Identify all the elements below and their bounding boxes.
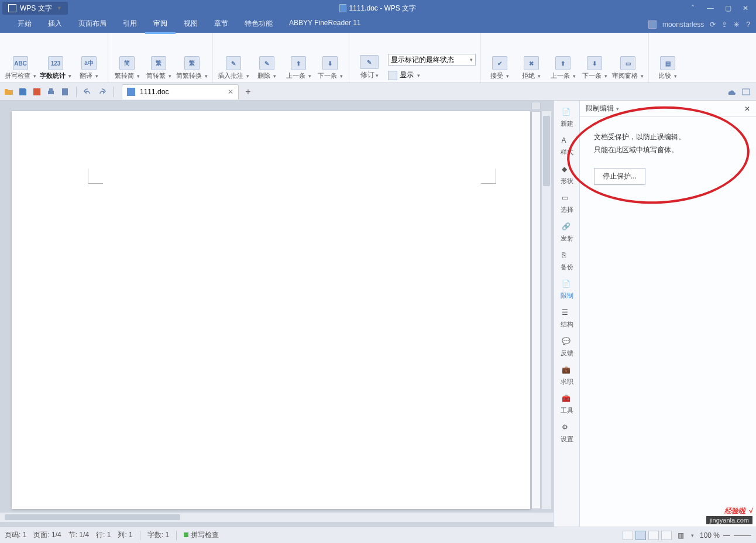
拒绝-icon: ✖ (524, 56, 539, 70)
sync-icon[interactable]: ⟳ (710, 20, 716, 29)
简转繁-icon: 繁 (151, 56, 166, 70)
ribbon-插入批注-button[interactable]: ✎插入批注 ▾ (218, 56, 249, 80)
ribbon-接受-button[interactable]: ✔接受 ▾ (486, 56, 514, 80)
ribbon-审阅窗格-button[interactable]: ▭审阅窗格 ▾ (612, 56, 644, 80)
ribbon-简繁转换-button[interactable]: 繁简繁转换 ▾ (176, 56, 208, 80)
share-icon[interactable]: ⇪ (721, 20, 727, 29)
接受-icon: ✔ (492, 56, 507, 70)
menu-bar: 开始插入页面布局引用审阅视图章节特色功能ABBYY FineReader 11 … (0, 16, 756, 33)
zoom-control[interactable]: 100 % — (700, 531, 751, 539)
open-icon[interactable] (4, 87, 14, 97)
ribbon-翻译-button[interactable]: a中翻译 ▾ (75, 56, 103, 80)
protection-message-2: 只能在此区域中填写窗体。 (594, 144, 742, 157)
print-preview-icon[interactable] (60, 87, 70, 97)
zoom-slider[interactable] (734, 535, 751, 536)
stop-protection-button[interactable]: 停止保护... (594, 168, 645, 185)
document-tab[interactable]: 1111.doc ✕ (122, 84, 239, 99)
side-structure-button[interactable]: ☰结构 (555, 305, 579, 332)
vertical-scrollbar[interactable] (542, 111, 551, 509)
show-markup-button[interactable]: 显示▾ (388, 70, 420, 80)
ribbon-简转繁-button[interactable]: 繁简转繁 ▾ (145, 56, 173, 80)
save-icon[interactable] (18, 87, 28, 97)
menu-特色功能[interactable]: 特色功能 (236, 15, 281, 34)
side-shapes-button[interactable]: ◆形状 (555, 161, 579, 189)
status-page-number[interactable]: 页码: 1 (5, 530, 26, 540)
document-tab-label: 1111.doc (140, 88, 169, 96)
cloud-sync-icon[interactable] (726, 87, 736, 97)
help-icon[interactable]: ? (746, 20, 750, 29)
options-icon[interactable] (741, 87, 751, 97)
ribbon-繁转简-button[interactable]: 简繁转简 ▾ (113, 56, 141, 80)
zoom-level: 100 % (700, 531, 720, 539)
menu-开始[interactable]: 开始 (9, 15, 40, 34)
horizontal-scrollbar[interactable] (0, 513, 554, 522)
view-web-button[interactable] (661, 531, 672, 540)
page-canvas[interactable] (12, 111, 530, 509)
svg-rect-0 (33, 88, 40, 95)
close-tab-icon[interactable]: ✕ (228, 88, 233, 96)
status-word-count[interactable]: 字数: 1 (147, 530, 169, 540)
side-send-button[interactable]: 🔗发射 (555, 219, 579, 246)
minimize-button[interactable]: — (706, 4, 715, 13)
side-job-button[interactable]: 💼求职 (555, 362, 579, 390)
view-outline-button[interactable] (648, 531, 659, 540)
ribbon-collapse-icon[interactable]: ˄ (688, 4, 697, 13)
print-icon[interactable] (46, 87, 56, 97)
export-pdf-icon[interactable] (32, 87, 42, 97)
document-area[interactable] (0, 101, 554, 527)
side-backup-button[interactable]: ⎘备份 (555, 248, 579, 275)
ribbon-拒绝-button[interactable]: ✖拒绝 ▾ (517, 56, 545, 80)
ruler-toggle[interactable] (531, 102, 541, 110)
window-title: 1111.doc - WPS 文字 (68, 4, 688, 13)
比较-icon: ▤ (660, 56, 675, 70)
status-page[interactable]: 页面: 1/4 (33, 530, 61, 540)
menu-引用[interactable]: 引用 (115, 15, 145, 34)
app-menu-button[interactable]: WPS 文字 ▼ (2, 2, 68, 15)
redo-icon[interactable] (97, 87, 107, 97)
side-settings-button[interactable]: ⚙设置 (555, 420, 579, 447)
close-pane-icon[interactable]: ✕ (744, 105, 750, 113)
status-line[interactable]: 行: 1 (96, 530, 111, 540)
menu-插入[interactable]: 插入 (40, 15, 70, 34)
zoom-out-button[interactable]: — (723, 531, 730, 539)
side-feedback-button[interactable]: 💬反馈 (555, 334, 579, 361)
side-new-button[interactable]: 📄新建 (555, 104, 579, 132)
quick-access-bar: 1111.doc ✕ + (0, 83, 756, 101)
menu-ABBYY FineReader 11[interactable]: ABBYY FineReader 11 (281, 15, 369, 34)
shop-icon[interactable]: ⛯ (733, 20, 740, 29)
menu-章节[interactable]: 章节 (206, 15, 236, 34)
view-fullscreen-button[interactable] (623, 531, 633, 540)
menu-页面布局[interactable]: 页面布局 (70, 15, 115, 34)
ribbon-上一条-button[interactable]: ⬆上一条 ▾ (284, 56, 312, 80)
side-select-button[interactable]: ▭选择 (555, 190, 579, 218)
vertical-ruler (531, 111, 541, 509)
display-for-review-combo[interactable]: 显示标记的最终状态▾ (388, 54, 476, 66)
ribbon-删除-button[interactable]: ✎删除 ▾ (253, 56, 281, 80)
track-changes-button[interactable]: ✎ 修订▾ (354, 55, 384, 80)
show-icon (388, 71, 397, 80)
拼写检查-icon: ABC (13, 56, 28, 70)
close-button[interactable]: ✕ (741, 4, 750, 13)
ribbon-字数统计-button[interactable]: 123字数统计 ▾ (40, 56, 71, 80)
ribbon-下一条-button[interactable]: ⬇下一条 ▾ (580, 56, 609, 80)
new-tab-button[interactable]: + (241, 87, 255, 97)
status-section[interactable]: 节: 1/4 (68, 530, 89, 540)
status-column[interactable]: 列: 1 (118, 530, 132, 540)
menu-审阅[interactable]: 审阅 (145, 15, 176, 34)
ribbon-下一条-button[interactable]: ⬇下一条 ▾ (316, 56, 344, 80)
side-restrict-button[interactable]: 📄限制 (555, 276, 579, 304)
v-badge-icon (648, 20, 657, 29)
ribbon-比较-button[interactable]: ▤比较 ▾ (654, 56, 682, 80)
side-styles-button[interactable]: A样式 (555, 133, 579, 160)
reading-layout-icon[interactable]: ▥ (678, 531, 684, 539)
ribbon-拼写检查-button[interactable]: ABC拼写检查 ▾ (5, 56, 36, 80)
status-spellcheck[interactable]: 拼写检查 (184, 530, 219, 540)
maximize-button[interactable]: ▢ (723, 4, 733, 13)
side-tools-button[interactable]: 🧰工具 (555, 391, 579, 418)
user-name[interactable]: moonstarless (662, 20, 704, 29)
menu-视图[interactable]: 视图 (176, 15, 206, 34)
view-print-button[interactable] (635, 531, 646, 540)
ribbon-group-comments: ✎插入批注 ▾✎删除 ▾⬆上一条 ▾⬇下一条 ▾ (213, 33, 349, 83)
undo-icon[interactable] (83, 87, 93, 97)
ribbon-上一条-button[interactable]: ⬆上一条 ▾ (549, 56, 577, 80)
